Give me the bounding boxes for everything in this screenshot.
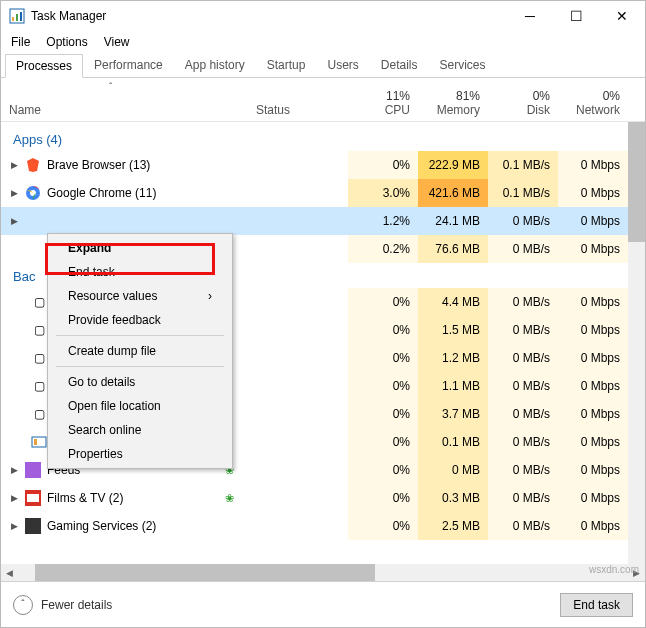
scrollbar-thumb[interactable] xyxy=(628,122,645,242)
context-go-to-details[interactable]: Go to details xyxy=(48,370,232,394)
watermark: wsxdn.com xyxy=(589,564,639,575)
process-name: Gaming Services (2) xyxy=(47,519,156,533)
context-search-online[interactable]: Search online xyxy=(48,418,232,442)
network-cell: 0 Mbps xyxy=(558,207,628,235)
tab-users[interactable]: Users xyxy=(316,53,369,77)
footer: ˆ Fewer details End task xyxy=(1,581,645,627)
context-properties[interactable]: Properties xyxy=(48,442,232,466)
maximize-button[interactable]: ☐ xyxy=(553,1,599,31)
films-icon xyxy=(25,490,41,506)
chrome-icon xyxy=(25,185,41,201)
memory-cell: 222.9 MB xyxy=(418,151,488,179)
process-row[interactable]: ▶ Google Chrome (11) 3.0% 421.6 MB 0.1 M… xyxy=(1,179,645,207)
menu-file[interactable]: File xyxy=(11,35,30,49)
column-cpu[interactable]: 11%CPU xyxy=(348,85,418,121)
context-expand[interactable]: Expand xyxy=(48,236,232,260)
chevron-right-icon[interactable]: ▶ xyxy=(11,521,19,531)
tab-details[interactable]: Details xyxy=(370,53,429,77)
task-manager-icon xyxy=(9,8,25,24)
context-open-file[interactable]: Open file location xyxy=(48,394,232,418)
feeds-icon xyxy=(25,462,41,478)
section-apps: Apps (4) xyxy=(1,122,645,151)
column-network[interactable]: 0%Network xyxy=(558,85,628,121)
menu-separator xyxy=(56,366,224,367)
minimize-button[interactable]: ─ xyxy=(507,1,553,31)
tab-strip: Processes Performance App history Startu… xyxy=(1,53,645,78)
scrollbar-thumb[interactable] xyxy=(35,564,375,581)
disk-cell: 0.1 MB/s xyxy=(488,151,558,179)
process-row[interactable]: ▶ 1.2% 24.1 MB 0 MB/s 0 Mbps xyxy=(1,207,645,235)
menu-options[interactable]: Options xyxy=(46,35,87,49)
leaf-icon: ❀ xyxy=(225,492,234,505)
svg-rect-1 xyxy=(12,17,14,21)
menu-separator xyxy=(56,335,224,336)
cpu-cell: 1.2% xyxy=(348,207,418,235)
chevron-right-icon[interactable]: ▶ xyxy=(11,216,19,226)
svg-rect-3 xyxy=(20,12,22,21)
features-icon xyxy=(31,434,47,450)
tab-services[interactable]: Services xyxy=(429,53,497,77)
tab-app-history[interactable]: App history xyxy=(174,53,256,77)
svg-rect-8 xyxy=(34,439,37,445)
generic-icon: ▢ xyxy=(31,378,47,394)
context-provide-feedback[interactable]: Provide feedback xyxy=(48,308,232,332)
column-status[interactable]: Status xyxy=(248,99,348,121)
memory-cell: 24.1 MB xyxy=(418,207,488,235)
context-end-task[interactable]: End task xyxy=(48,260,232,284)
close-button[interactable]: ✕ xyxy=(599,1,645,31)
chevron-right-icon[interactable]: ▶ xyxy=(11,493,19,503)
network-cell: 0 Mbps xyxy=(558,151,628,179)
context-menu: Expand End task Resource values› Provide… xyxy=(47,233,233,469)
vertical-scrollbar[interactable] xyxy=(628,122,645,576)
horizontal-scrollbar[interactable]: ◀ ▶ xyxy=(1,564,645,581)
svg-rect-12 xyxy=(25,518,41,534)
svg-marker-4 xyxy=(27,158,39,172)
app-icon xyxy=(25,213,41,229)
generic-icon: ▢ xyxy=(31,322,47,338)
sort-indicator-icon: ˆ xyxy=(109,82,112,93)
fewer-details-button[interactable]: ˆ Fewer details xyxy=(13,595,112,615)
tab-performance[interactable]: Performance xyxy=(83,53,174,77)
context-resource-values[interactable]: Resource values› xyxy=(48,284,232,308)
svg-rect-2 xyxy=(16,14,18,21)
chevron-right-icon: › xyxy=(208,289,212,303)
disk-cell: 0 MB/s xyxy=(488,207,558,235)
chevron-right-icon[interactable]: ▶ xyxy=(11,465,19,475)
process-row[interactable]: ▶ Brave Browser (13) 0% 222.9 MB 0.1 MB/… xyxy=(1,151,645,179)
process-name: Brave Browser (13) xyxy=(47,158,150,172)
cpu-cell: 0% xyxy=(348,151,418,179)
brave-icon xyxy=(25,157,41,173)
column-headers: Name Status 11%CPU 81%Memory 0%Disk 0%Ne… xyxy=(1,78,645,122)
svg-rect-11 xyxy=(27,494,39,502)
generic-icon: ▢ xyxy=(31,406,47,422)
chevron-up-icon: ˆ xyxy=(13,595,33,615)
tab-processes[interactable]: Processes xyxy=(5,54,83,78)
gaming-icon xyxy=(25,518,41,534)
context-create-dump[interactable]: Create dump file xyxy=(48,339,232,363)
column-disk[interactable]: 0%Disk xyxy=(488,85,558,121)
cpu-cell: 3.0% xyxy=(348,179,418,207)
process-row[interactable]: ▶ Films & TV (2) ❀ 0% 0.3 MB 0 MB/s 0 Mb… xyxy=(1,484,645,512)
tab-startup[interactable]: Startup xyxy=(256,53,317,77)
column-memory[interactable]: 81%Memory xyxy=(418,85,488,121)
chevron-right-icon[interactable]: ▶ xyxy=(11,160,19,170)
titlebar: Task Manager ─ ☐ ✕ xyxy=(1,1,645,31)
window-title: Task Manager xyxy=(31,9,507,23)
process-row[interactable]: ▶ Gaming Services (2) 0% 2.5 MB 0 MB/s 0… xyxy=(1,512,645,540)
disk-cell: 0.1 MB/s xyxy=(488,179,558,207)
svg-rect-9 xyxy=(25,462,41,478)
generic-icon: ▢ xyxy=(31,350,47,366)
generic-icon: ▢ xyxy=(31,294,47,310)
network-cell: 0 Mbps xyxy=(558,179,628,207)
column-name[interactable]: Name xyxy=(1,99,248,121)
memory-cell: 421.6 MB xyxy=(418,179,488,207)
process-name: Google Chrome (11) xyxy=(47,186,156,200)
end-task-button[interactable]: End task xyxy=(560,593,633,617)
menubar: File Options View xyxy=(1,31,645,53)
chevron-right-icon[interactable]: ▶ xyxy=(11,188,19,198)
process-name: Films & TV (2) xyxy=(47,491,123,505)
menu-view[interactable]: View xyxy=(104,35,130,49)
